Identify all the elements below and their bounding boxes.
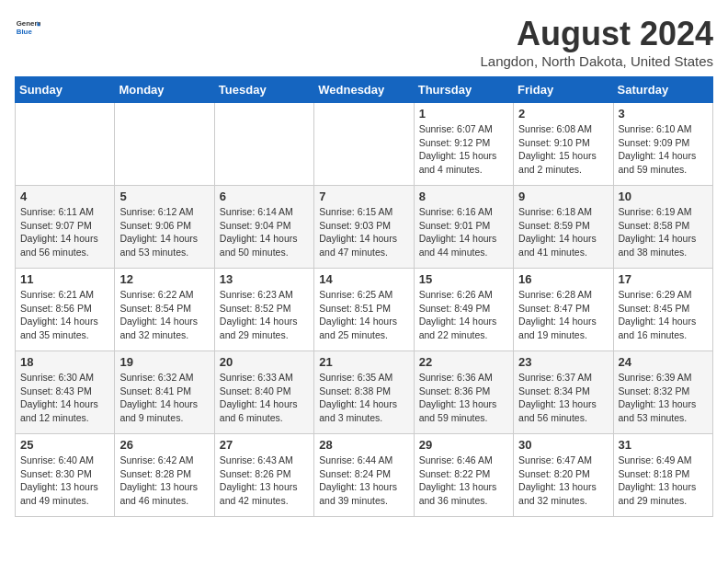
day-info: Sunrise: 6:28 AMSunset: 8:47 PMDaylight:… (518, 288, 608, 342)
weekday-header-monday: Monday (115, 77, 214, 103)
day-number: 7 (319, 190, 408, 203)
day-number: 24 (619, 355, 708, 369)
calendar-cell: 11Sunrise: 6:21 AMSunset: 8:56 PMDayligh… (16, 269, 115, 351)
day-info: Sunrise: 6:21 AMSunset: 8:56 PMDaylight:… (20, 288, 109, 342)
day-info: Sunrise: 6:49 AMSunset: 8:18 PMDaylight:… (619, 454, 708, 508)
day-info: Sunrise: 6:18 AMSunset: 8:59 PMDaylight:… (518, 205, 608, 259)
title-block: August 2024 Langdon, North Dakota, Unite… (481, 15, 714, 69)
svg-text:Blue: Blue (17, 28, 33, 36)
day-info: Sunrise: 6:26 AMSunset: 8:49 PMDaylight:… (419, 288, 508, 342)
day-number: 10 (619, 190, 708, 203)
week-row-5: 25Sunrise: 6:40 AMSunset: 8:30 PMDayligh… (16, 434, 713, 517)
weekday-header-saturday: Saturday (613, 77, 712, 103)
day-info: Sunrise: 6:39 AMSunset: 8:32 PMDaylight:… (619, 371, 708, 425)
day-number: 23 (518, 355, 608, 369)
day-number: 9 (518, 190, 608, 203)
day-number: 15 (419, 272, 508, 286)
location: Langdon, North Dakota, United States (481, 53, 714, 69)
day-number: 28 (319, 438, 408, 452)
week-row-2: 4Sunrise: 6:11 AMSunset: 9:07 PMDaylight… (16, 186, 713, 269)
day-number: 14 (319, 272, 408, 286)
day-info: Sunrise: 6:36 AMSunset: 8:36 PMDaylight:… (419, 371, 508, 425)
day-number: 26 (119, 438, 209, 452)
calendar-cell: 5Sunrise: 6:12 AMSunset: 9:06 PMDaylight… (115, 186, 214, 269)
calendar-cell: 4Sunrise: 6:11 AMSunset: 9:07 PMDaylight… (16, 186, 115, 269)
calendar-cell: 28Sunrise: 6:44 AMSunset: 8:24 PMDayligh… (314, 434, 414, 517)
day-info: Sunrise: 6:19 AMSunset: 8:58 PMDaylight:… (619, 205, 708, 259)
weekday-header-wednesday: Wednesday (314, 77, 414, 103)
day-info: Sunrise: 6:37 AMSunset: 8:34 PMDaylight:… (518, 371, 608, 425)
day-info: Sunrise: 6:35 AMSunset: 8:38 PMDaylight:… (319, 371, 408, 425)
day-number: 12 (119, 272, 209, 286)
logo-icon: General Blue (15, 15, 40, 40)
day-info: Sunrise: 6:33 AMSunset: 8:40 PMDaylight:… (220, 371, 309, 425)
day-info: Sunrise: 6:15 AMSunset: 9:03 PMDaylight:… (319, 205, 408, 259)
weekday-header-tuesday: Tuesday (214, 77, 313, 103)
calendar-cell: 12Sunrise: 6:22 AMSunset: 8:54 PMDayligh… (115, 269, 214, 351)
calendar-cell: 9Sunrise: 6:18 AMSunset: 8:59 PMDaylight… (514, 186, 613, 269)
day-number: 17 (619, 272, 708, 286)
day-info: Sunrise: 6:23 AMSunset: 8:52 PMDaylight:… (220, 288, 309, 342)
day-number: 1 (419, 107, 508, 121)
logo: General Blue (15, 15, 40, 40)
calendar-cell: 8Sunrise: 6:16 AMSunset: 9:01 PMDaylight… (414, 186, 513, 269)
day-number: 27 (220, 438, 309, 452)
week-row-4: 18Sunrise: 6:30 AMSunset: 8:43 PMDayligh… (16, 351, 713, 434)
day-info: Sunrise: 6:46 AMSunset: 8:22 PMDaylight:… (419, 454, 508, 508)
day-info: Sunrise: 6:43 AMSunset: 8:26 PMDaylight:… (220, 454, 309, 508)
day-info: Sunrise: 6:11 AMSunset: 9:07 PMDaylight:… (20, 205, 109, 259)
day-number: 19 (119, 355, 209, 369)
calendar-cell: 18Sunrise: 6:30 AMSunset: 8:43 PMDayligh… (16, 351, 115, 434)
calendar-cell: 10Sunrise: 6:19 AMSunset: 8:58 PMDayligh… (613, 186, 712, 269)
day-number: 13 (220, 272, 309, 286)
calendar-cell: 17Sunrise: 6:29 AMSunset: 8:45 PMDayligh… (613, 269, 712, 351)
day-number: 2 (518, 107, 608, 121)
day-info: Sunrise: 6:07 AMSunset: 9:12 PMDaylight:… (419, 122, 508, 177)
calendar-cell: 1Sunrise: 6:07 AMSunset: 9:12 PMDaylight… (414, 103, 513, 186)
day-info: Sunrise: 6:22 AMSunset: 8:54 PMDaylight:… (119, 288, 209, 342)
calendar-cell: 15Sunrise: 6:26 AMSunset: 8:49 PMDayligh… (414, 269, 513, 351)
month-year: August 2024 (481, 15, 714, 53)
calendar-cell: 14Sunrise: 6:25 AMSunset: 8:51 PMDayligh… (314, 269, 414, 351)
day-info: Sunrise: 6:08 AMSunset: 9:10 PMDaylight:… (518, 122, 608, 177)
calendar-cell: 21Sunrise: 6:35 AMSunset: 8:38 PMDayligh… (314, 351, 414, 434)
weekday-header-sunday: Sunday (16, 77, 115, 103)
day-info: Sunrise: 6:42 AMSunset: 8:28 PMDaylight:… (119, 454, 209, 508)
weekday-header-thursday: Thursday (414, 77, 513, 103)
calendar-cell: 7Sunrise: 6:15 AMSunset: 9:03 PMDaylight… (314, 186, 414, 269)
calendar-cell: 27Sunrise: 6:43 AMSunset: 8:26 PMDayligh… (214, 434, 313, 517)
day-number: 3 (619, 107, 708, 121)
day-info: Sunrise: 6:16 AMSunset: 9:01 PMDaylight:… (419, 205, 508, 259)
day-info: Sunrise: 6:12 AMSunset: 9:06 PMDaylight:… (119, 205, 209, 259)
day-number: 16 (518, 272, 608, 286)
day-number: 6 (220, 190, 309, 203)
calendar-cell (16, 103, 115, 186)
day-number: 11 (20, 272, 109, 286)
day-number: 31 (619, 438, 708, 452)
day-number: 29 (419, 438, 508, 452)
calendar-cell: 22Sunrise: 6:36 AMSunset: 8:36 PMDayligh… (414, 351, 513, 434)
weekday-header-row: SundayMondayTuesdayWednesdayThursdayFrid… (16, 77, 713, 103)
day-info: Sunrise: 6:44 AMSunset: 8:24 PMDaylight:… (319, 454, 408, 508)
day-info: Sunrise: 6:47 AMSunset: 8:20 PMDaylight:… (518, 454, 608, 508)
day-info: Sunrise: 6:40 AMSunset: 8:30 PMDaylight:… (20, 454, 109, 508)
calendar-table: SundayMondayTuesdayWednesdayThursdayFrid… (15, 76, 713, 517)
week-row-1: 1Sunrise: 6:07 AMSunset: 9:12 PMDaylight… (16, 103, 713, 186)
week-row-3: 11Sunrise: 6:21 AMSunset: 8:56 PMDayligh… (16, 269, 713, 351)
calendar-cell: 25Sunrise: 6:40 AMSunset: 8:30 PMDayligh… (16, 434, 115, 517)
calendar-cell: 20Sunrise: 6:33 AMSunset: 8:40 PMDayligh… (214, 351, 313, 434)
day-info: Sunrise: 6:29 AMSunset: 8:45 PMDaylight:… (619, 288, 708, 342)
day-info: Sunrise: 6:10 AMSunset: 9:09 PMDaylight:… (619, 122, 708, 177)
calendar-cell: 16Sunrise: 6:28 AMSunset: 8:47 PMDayligh… (514, 269, 613, 351)
calendar-cell: 24Sunrise: 6:39 AMSunset: 8:32 PMDayligh… (613, 351, 712, 434)
day-number: 21 (319, 355, 408, 369)
day-number: 4 (20, 190, 109, 203)
calendar-cell: 26Sunrise: 6:42 AMSunset: 8:28 PMDayligh… (115, 434, 214, 517)
calendar-cell (115, 103, 214, 186)
day-info: Sunrise: 6:32 AMSunset: 8:41 PMDaylight:… (119, 371, 209, 425)
day-number: 8 (419, 190, 508, 203)
calendar-cell (314, 103, 414, 186)
day-number: 25 (20, 438, 109, 452)
calendar-cell: 29Sunrise: 6:46 AMSunset: 8:22 PMDayligh… (414, 434, 513, 517)
day-info: Sunrise: 6:14 AMSunset: 9:04 PMDaylight:… (220, 205, 309, 259)
